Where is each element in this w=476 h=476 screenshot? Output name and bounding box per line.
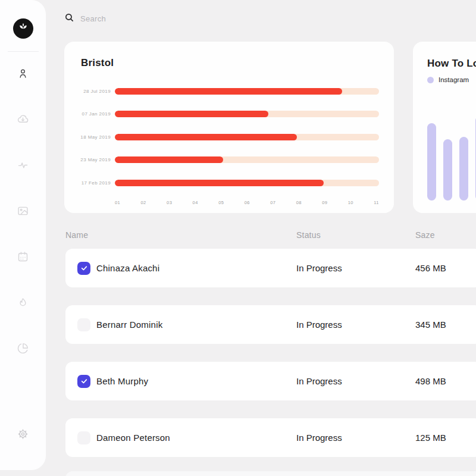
cell-status: In Progress <box>296 320 342 330</box>
activity-icon <box>17 159 29 174</box>
bar-track <box>115 88 379 95</box>
bar-fill <box>115 111 268 117</box>
bar-fill <box>115 88 342 95</box>
cell-size: 456 MB <box>415 263 446 273</box>
app-root: Search Bristol 28 Jul 201907 Jan 201918 … <box>0 0 476 476</box>
check-icon <box>80 377 88 385</box>
check-icon <box>80 264 88 272</box>
bar-row: 17 Feb 2019 <box>76 171 379 195</box>
flame-icon <box>17 296 29 311</box>
column-header-status: Status <box>296 230 321 240</box>
sidebar-item-pie-chart[interactable] <box>0 327 46 372</box>
table-row[interactable]: Chinaza AkachiIn Progress456 MB <box>65 249 476 287</box>
calendar-icon <box>17 250 29 265</box>
bar-category-label: 28 Jul 2019 <box>76 89 111 94</box>
sidebar-item-cloud-download[interactable] <box>0 98 46 143</box>
row-checkbox[interactable] <box>77 262 90 275</box>
x-axis-tick: 04 <box>193 200 198 205</box>
table-header: Name Status Saze <box>65 230 476 241</box>
cell-size: 498 MB <box>415 376 446 386</box>
row-checkbox[interactable] <box>77 375 90 388</box>
instagram-bar-chart <box>427 116 476 201</box>
bar-track <box>115 180 379 186</box>
bar-category-label: 23 May 2019 <box>76 157 111 162</box>
cell-name: Beth Murphy <box>96 376 148 386</box>
legend-dot-icon <box>427 77 434 83</box>
x-axis-tick: 08 <box>296 200 302 205</box>
x-axis-tick: 01 <box>115 200 120 205</box>
sidebar-nav <box>0 52 46 372</box>
vertical-bar <box>427 123 436 201</box>
table-body: Chinaza AkachiIn Progress456 MBBernarr D… <box>65 249 476 475</box>
sidebar <box>0 0 46 470</box>
sidebar-item-image[interactable] <box>0 189 46 235</box>
bristol-chart-card: Bristol 28 Jul 201907 Jan 201918 May 201… <box>64 42 394 213</box>
x-axis-tick: 03 <box>167 200 172 205</box>
bar-fill <box>115 134 297 140</box>
user-icon <box>17 67 29 82</box>
sidebar-item-settings[interactable] <box>0 412 46 458</box>
bar-fill <box>115 180 324 186</box>
bar-track <box>115 134 379 140</box>
row-checkbox[interactable] <box>77 318 90 331</box>
x-axis-tick: 05 <box>218 200 224 205</box>
cell-name: Chinaza Akachi <box>96 263 159 273</box>
x-axis-tick: 11 <box>374 200 379 205</box>
app-logo[interactable] <box>13 18 33 39</box>
cell-name: Dameon Peterson <box>96 433 170 443</box>
table-row[interactable]: Dameon PetersonIn Progress125 MB <box>65 418 476 457</box>
column-header-name: Name <box>65 230 88 240</box>
sidebar-item-activity[interactable] <box>0 143 46 189</box>
bar-category-label: 18 May 2019 <box>76 134 111 140</box>
bar-track <box>115 111 379 117</box>
x-axis-tick: 06 <box>245 200 250 205</box>
bristol-bar-chart: 28 Jul 201907 Jan 201918 May 201923 May … <box>76 80 379 195</box>
search-input[interactable]: Search <box>64 10 243 27</box>
sprout-logo-icon <box>17 21 29 36</box>
instagram-card-title: How To Lo <box>427 58 476 70</box>
table-row[interactable]: Beth MurphyIn Progress498 MB <box>65 362 476 400</box>
cell-status: In Progress <box>296 263 342 273</box>
bar-row: 07 Jan 2019 <box>76 103 379 126</box>
sidebar-item-flame[interactable] <box>0 281 46 327</box>
cloud-download-icon <box>17 113 29 128</box>
next-table-row-peek <box>65 471 476 476</box>
vertical-bar <box>459 137 468 201</box>
table-row[interactable]: Bernarr DominikIn Progress345 MB <box>65 305 476 344</box>
chart-legend: Instagram <box>427 76 476 83</box>
bar-track <box>115 156 379 163</box>
bar-fill <box>115 156 223 163</box>
bar-row: 28 Jul 2019 <box>76 80 379 103</box>
bar-row: 18 May 2019 <box>76 126 379 149</box>
cell-size: 125 MB <box>415 433 446 443</box>
cell-name: Bernarr Dominik <box>96 320 162 330</box>
search-icon <box>64 12 74 25</box>
cell-status: In Progress <box>296 433 342 443</box>
column-header-size: Saze <box>415 230 435 240</box>
search-placeholder: Search <box>80 14 106 23</box>
image-icon <box>17 205 29 220</box>
legend-label: Instagram <box>439 76 469 83</box>
cell-size: 345 MB <box>415 320 446 330</box>
pie-chart-icon <box>17 342 29 357</box>
sidebar-item-user[interactable] <box>0 52 46 98</box>
bar-row: 23 May 2019 <box>76 149 379 172</box>
cell-status: In Progress <box>296 376 342 386</box>
vertical-bar <box>443 139 452 201</box>
row-checkbox[interactable] <box>77 431 90 444</box>
gear-icon <box>17 428 29 443</box>
bristol-x-axis: 0102030405060708091011 <box>115 200 379 205</box>
x-axis-tick: 07 <box>270 200 275 205</box>
x-axis-tick: 02 <box>141 200 146 205</box>
sidebar-item-calendar[interactable] <box>0 235 46 281</box>
instagram-chart-card: How To Lo Instagram <box>413 42 476 213</box>
x-axis-tick: 10 <box>348 200 353 205</box>
bar-category-label: 17 Feb 2019 <box>76 180 111 186</box>
x-axis-tick: 09 <box>322 200 327 205</box>
bristol-card-title: Bristol <box>81 57 379 69</box>
bar-category-label: 07 Jan 2019 <box>76 111 111 117</box>
